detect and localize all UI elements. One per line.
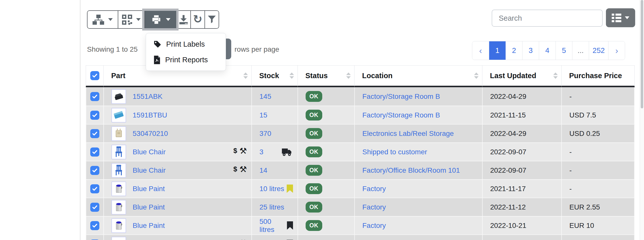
location-link[interactable]: Factory/Storage Room B xyxy=(362,111,440,119)
print-menu: Print Labels Print Reports xyxy=(146,33,226,71)
pagination-page-5[interactable]: 5 xyxy=(555,41,572,60)
columns-button[interactable] xyxy=(606,8,635,27)
status-badge: OK xyxy=(306,183,322,194)
print-button[interactable] xyxy=(144,11,176,28)
cell-last-updated xyxy=(482,234,561,240)
location-link[interactable]: Electronics Lab/Reel Storage xyxy=(362,130,454,137)
pagination-ellipsis[interactable]: ... xyxy=(572,41,589,60)
stock-link[interactable]: 145 xyxy=(259,93,271,101)
vertical-scrollbar xyxy=(640,0,644,240)
menu-item-print-reports[interactable]: Print Reports xyxy=(146,52,226,68)
stock-link[interactable]: 500 litres xyxy=(259,218,287,234)
chevron-down-icon xyxy=(625,16,629,19)
cell-status: OK xyxy=(298,216,354,234)
stock-link[interactable]: 370 xyxy=(259,130,271,138)
cell-location: Factory xyxy=(354,198,482,216)
stock-link[interactable]: 15 xyxy=(259,111,267,119)
cell-last-updated: 2022-10-21 xyxy=(482,216,561,234)
cell-location: Factory xyxy=(354,179,482,198)
table-row[interactable]: Blue Paint25 litresOKFactory2022-11-12EU… xyxy=(86,198,635,216)
download-icon xyxy=(178,14,189,25)
row-checkbox[interactable] xyxy=(90,147,99,157)
pagination-page-3[interactable]: 3 xyxy=(522,41,539,60)
table-row[interactable]: Blue Paint500 litresOKFactory2022-10-21E… xyxy=(86,216,635,234)
location-link[interactable]: Factory/Office Block/Room 101 xyxy=(362,166,460,174)
table-row[interactable]: Blue Chair$⚒3OKShipped to customer2022-0… xyxy=(86,142,635,161)
pagination-page-252[interactable]: 252 xyxy=(589,41,608,60)
qr-scan-button[interactable] xyxy=(118,11,144,28)
cell-part: Blue Paint xyxy=(103,198,251,216)
pagination-page-2[interactable]: 2 xyxy=(506,41,522,60)
chevron-down-icon xyxy=(136,18,141,21)
table-row[interactable]: Blue Chair$⚒14OKFactory/Office Block/Roo… xyxy=(86,161,635,179)
pagination-next[interactable]: › xyxy=(608,41,625,60)
table-row[interactable]: 1551ABK145OKFactory/Storage Room B2022-0… xyxy=(86,87,635,106)
table-body: 1551ABK145OKFactory/Storage Room B2022-0… xyxy=(86,87,635,240)
part-link[interactable]: 1551ABK xyxy=(133,93,162,101)
part-link[interactable]: Blue Paint xyxy=(133,185,165,193)
table-row[interactable]: $⚒ xyxy=(86,234,635,240)
cell-stock: 370 xyxy=(251,124,298,142)
cell-last-updated: 2022-09-07 xyxy=(482,161,561,179)
part-link[interactable]: Blue Chair xyxy=(133,166,166,174)
cell-last-updated: 2022-11-12 xyxy=(482,198,561,216)
cell-location: Shipped to customer xyxy=(354,142,482,161)
part-link[interactable]: 530470210 xyxy=(133,130,168,138)
stock-link[interactable]: 14 xyxy=(259,166,267,174)
column-header-updated[interactable]: Last Updated xyxy=(482,65,561,87)
stock-link[interactable]: 10 litres xyxy=(259,185,284,193)
tree-view-button[interactable] xyxy=(87,11,118,28)
part-thumbnail xyxy=(111,126,126,141)
cell-status: OK xyxy=(298,161,354,179)
location-link[interactable]: Shipped to customer xyxy=(362,148,427,156)
cell-last-updated: 2021-11-15 xyxy=(482,106,561,124)
cell-select xyxy=(86,124,103,142)
row-checkbox[interactable] xyxy=(90,111,99,120)
scrollbar-thumb[interactable] xyxy=(641,0,643,108)
part-link[interactable]: Blue Chair xyxy=(133,148,166,156)
cell-status: OK xyxy=(298,198,354,216)
pagination-prev[interactable]: ‹ xyxy=(472,41,489,60)
part-link[interactable]: 1591BTBU xyxy=(133,111,167,119)
column-header-status[interactable]: Status xyxy=(298,65,354,87)
location-link[interactable]: Factory xyxy=(362,222,386,229)
cell-select xyxy=(86,161,103,179)
location-link[interactable]: Factory xyxy=(362,203,386,211)
part-thumbnail xyxy=(111,218,126,233)
columns-icon xyxy=(612,14,621,22)
select-all-checkbox[interactable] xyxy=(90,71,99,80)
table-row[interactable]: 1591BTBU15OKFactory/Storage Room B2021-1… xyxy=(86,106,635,124)
row-checkbox[interactable] xyxy=(90,203,99,212)
menu-item-print-labels[interactable]: Print Labels xyxy=(146,36,226,52)
cell-select xyxy=(86,234,103,240)
row-checkbox[interactable] xyxy=(90,92,99,101)
cell-stock: 500 litres xyxy=(251,216,298,234)
table-row[interactable]: 530470210370OKElectronics Lab/Reel Stora… xyxy=(86,124,635,142)
status-badge: OK xyxy=(306,110,322,121)
part-link[interactable]: Blue Paint xyxy=(133,222,165,230)
pagination-page-4[interactable]: 4 xyxy=(539,41,555,60)
column-header-stock[interactable]: Stock xyxy=(251,65,298,87)
table-row[interactable]: Blue Paint10 litresOKFactory2021-11-17- xyxy=(86,179,635,198)
location-link[interactable]: Factory xyxy=(362,185,386,193)
cell-status: OK xyxy=(298,142,354,161)
filter-button[interactable] xyxy=(204,11,219,28)
cell-last-updated: 2022-04-29 xyxy=(482,87,561,106)
location-link[interactable]: Factory/Storage Room B xyxy=(362,93,440,100)
stock-link[interactable]: 25 litres xyxy=(259,203,284,211)
part-link[interactable]: Blue Paint xyxy=(133,203,165,211)
menu-item-label: Print Labels xyxy=(166,40,205,48)
download-button[interactable] xyxy=(176,11,190,28)
search-input[interactable] xyxy=(492,10,603,27)
column-header-location[interactable]: Location xyxy=(354,65,482,87)
row-checkbox[interactable] xyxy=(90,129,99,138)
row-checkbox[interactable] xyxy=(90,166,99,175)
pagination-page-1[interactable]: 1 xyxy=(489,41,506,60)
cell-purchase-price: - xyxy=(561,142,635,161)
column-header-label: Location xyxy=(362,72,393,80)
stock-link[interactable]: 3 xyxy=(259,148,264,156)
row-checkbox[interactable] xyxy=(90,221,99,230)
refresh-button[interactable]: ↻ xyxy=(190,11,204,28)
cell-part: Blue Chair$⚒ xyxy=(103,142,251,161)
row-checkbox[interactable] xyxy=(90,184,99,193)
